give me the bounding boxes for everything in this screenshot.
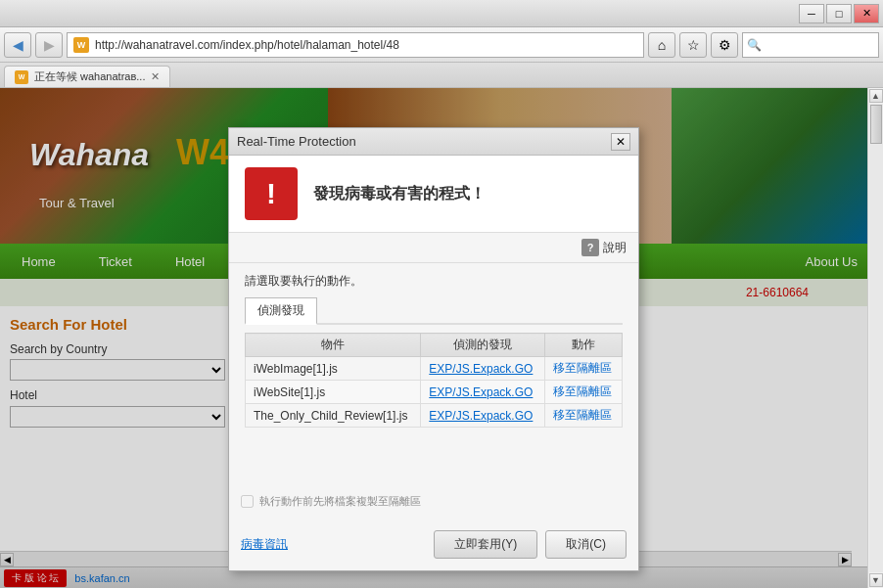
address-bar[interactable]: W http://wahanatravel.com/index.php/hote… [67,32,644,58]
dialog-title-bar: Real-Time Protection ✕ [229,128,638,156]
table-row: iWebImage[1].js EXP/JS.Expack.GO 移至隔離區 [246,357,623,381]
dialog-footer: 執行動作前先將檔案複製至隔離區 [229,486,638,524]
dialog-overlay: Real-Time Protection ✕ ! 發現病毒或有害的程式！ ? 說… [0,88,867,588]
threat-table: 物件 偵測的發現 動作 iWebImage[1].js EXP/JS.Expac… [245,333,623,428]
detection-link-1[interactable]: EXP/JS.Expack.GO [429,362,533,376]
favorites-button[interactable]: ☆ [679,32,707,58]
help-label: 說明 [603,240,627,256]
browser-content: Wahana W4 Tour & Travel Home Ticket Hote… [0,88,883,588]
virus-info-area: 病毒資訊 [241,536,288,553]
help-icon: ? [581,239,599,256]
action-cell-2[interactable]: 移至隔離區 [553,384,612,398]
scroll-up-arrow[interactable]: ▲ [869,89,883,103]
col-detection: 偵測的發現 [421,334,545,357]
warning-icon: ! [245,167,298,220]
back-button[interactable]: ◀ [4,32,31,58]
search-icon: 🔍 [747,38,762,52]
browser-search-box[interactable]: 🔍 [742,32,879,58]
action-cell-1[interactable]: 移至隔離區 [553,361,612,375]
title-bar: ─ □ ✕ [0,0,883,27]
warning-symbol: ! [266,177,276,210]
apply-button[interactable]: 立即套用(Y) [434,530,537,559]
minimize-button[interactable]: ─ [799,4,824,23]
url-text: http://wahanatravel.com/index.php/hotel/… [95,38,399,52]
quarantine-checkbox[interactable] [241,495,254,508]
vertical-scrollbar: ▲ ▼ [867,88,883,588]
home-button[interactable]: ⌂ [648,32,675,58]
address-favicon: W [73,37,89,53]
scroll-down-arrow[interactable]: ▼ [869,573,883,587]
help-row: ? 說明 [229,233,638,263]
file-cell-3: The_Only_Child_Review[1].js [246,404,421,428]
detection-tab[interactable]: 偵測發現 [245,297,317,325]
browser-window: ─ □ ✕ ◀ ▶ W http://wahanatravel.com/inde… [0,0,883,588]
detection-link-2[interactable]: EXP/JS.Expack.GO [429,385,533,399]
dialog-tab-bar: 偵測發現 [245,297,623,325]
checkbox-label: 執行動作前先將檔案複製至隔離區 [259,494,421,509]
dialog-close-button[interactable]: ✕ [611,133,630,151]
file-cell-2: iWebSite[1].js [246,381,421,404]
action-buttons: 立即套用(Y) 取消(C) [434,530,627,559]
navigation-bar: ◀ ▶ W http://wahanatravel.com/index.php/… [0,27,883,63]
active-tab[interactable]: W 正在等候 wahanatrав... ✕ [4,66,170,87]
dialog-title: Real-Time Protection [237,134,356,149]
close-window-button[interactable]: ✕ [854,4,879,23]
tab-label: 正在等候 wahanatrав... [34,69,145,84]
realtime-protection-dialog: Real-Time Protection ✕ ! 發現病毒或有害的程式！ ? 說… [228,127,639,571]
forward-button[interactable]: ▶ [35,32,63,58]
settings-button[interactable]: ⚙ [711,32,738,58]
action-cell-3[interactable]: 移至隔離區 [553,408,612,422]
button-row: 病毒資訊 立即套用(Y) 取消(C) [229,524,638,570]
window-controls: ─ □ ✕ [799,4,879,23]
instruction-text: 請選取要執行的動作。 [245,273,623,290]
cancel-button[interactable]: 取消(C) [545,530,627,559]
checkbox-row: 執行動作前先將檔案複製至隔離區 [241,494,627,509]
scroll-track [869,104,883,572]
tab-favicon: W [15,70,28,84]
maximize-button[interactable]: □ [826,4,852,23]
detection-link-3[interactable]: EXP/JS.Expack.GO [429,409,533,423]
col-file: 物件 [246,334,421,357]
file-cell-1: iWebImage[1].js [246,357,421,381]
col-action: 動作 [544,334,622,357]
page-background: Wahana W4 Tour & Travel Home Ticket Hote… [0,88,867,588]
empty-area [245,428,623,476]
table-row: iWebSite[1].js EXP/JS.Expack.GO 移至隔離區 [246,381,623,404]
scroll-thumb[interactable] [870,105,882,144]
virus-info-link[interactable]: 病毒資訊 [241,537,288,551]
tab-close-button[interactable]: ✕ [151,70,160,83]
table-row: The_Only_Child_Review[1].js EXP/JS.Expac… [246,404,623,428]
dialog-header: ! 發現病毒或有害的程式！ [229,156,638,233]
tab-bar: W 正在等候 wahanatrав... ✕ [0,63,883,88]
dialog-body: 請選取要執行的動作。 偵測發現 物件 偵測的發現 動作 [229,263,638,486]
warning-message: 發現病毒或有害的程式！ [313,184,486,204]
